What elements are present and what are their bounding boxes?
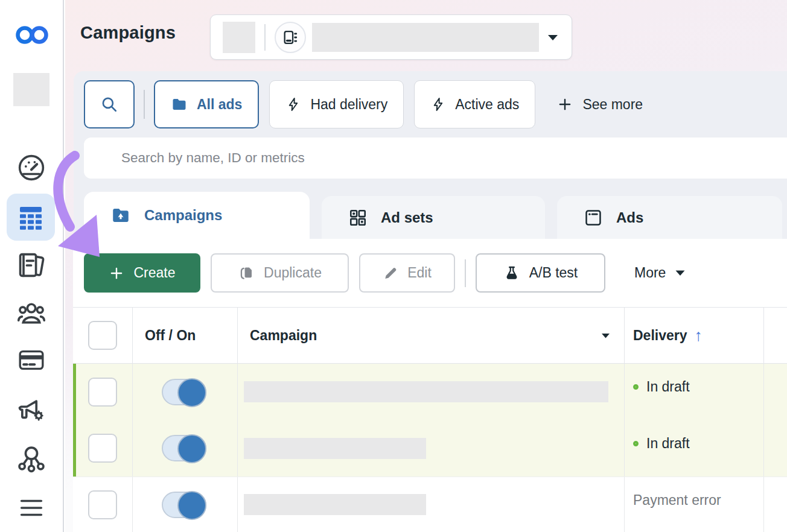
see-more-button[interactable]: See more	[557, 97, 643, 113]
campaigns-content: Create Duplicate Edit A/B test	[73, 239, 787, 532]
network-icon	[16, 442, 47, 473]
select-all-checkbox[interactable]	[88, 321, 117, 350]
ad-account-icon	[275, 22, 306, 53]
search-filter-button[interactable]	[84, 80, 135, 128]
toggle-knob	[177, 378, 206, 407]
campaign-name-redacted[interactable]	[244, 381, 608, 402]
header-campaign[interactable]: Campaign	[237, 308, 624, 363]
sidebar	[0, 0, 64, 532]
filter-had-delivery[interactable]: Had delivery	[269, 80, 404, 128]
sidebar-item-ads-manager-active[interactable]	[7, 194, 55, 241]
see-more-label: See more	[582, 97, 643, 113]
header-next-column-cut	[763, 308, 787, 363]
delivery-status: Payment error	[633, 492, 721, 508]
sidebar-item-ads-settings[interactable]	[15, 393, 48, 426]
lightning-icon	[285, 97, 301, 112]
sidebar-item-pages[interactable]	[15, 249, 48, 282]
main-area: Campaigns All ads Had delivery	[65, 0, 787, 532]
delivery-column-label: Delivery	[633, 328, 687, 344]
tab-ad-sets[interactable]: Ad sets	[322, 196, 545, 239]
campaign-toggle-on[interactable]	[162, 492, 206, 518]
magnifier-icon	[100, 95, 118, 113]
duplicate-icon	[238, 265, 255, 282]
header-off-on: Off / On	[132, 308, 237, 363]
row-checkbox[interactable]	[88, 490, 117, 519]
create-button[interactable]: Create	[84, 253, 200, 293]
edit-button[interactable]: Edit	[359, 253, 455, 293]
folder-arrow-icon	[110, 205, 131, 226]
account-name-redacted	[312, 23, 539, 52]
pencil-icon	[383, 265, 398, 281]
highlighted-rows-zone: In draft In draft	[73, 364, 787, 477]
filter-label: Active ads	[455, 97, 519, 113]
people-icon	[15, 297, 48, 329]
search-bar	[84, 138, 787, 179]
campaign-name-redacted[interactable]	[244, 438, 426, 459]
caret-down-icon	[546, 33, 559, 42]
status-ring-icon	[633, 384, 639, 390]
header-delivery[interactable]: Delivery ↑	[624, 308, 763, 363]
level-tabs: Campaigns Ad sets Ads	[84, 192, 782, 239]
campaign-toggle-on[interactable]	[162, 435, 206, 461]
tab-label: Campaigns	[144, 207, 222, 224]
campaign-toggle-on[interactable]	[162, 379, 206, 405]
ab-test-button[interactable]: A/B test	[476, 253, 605, 293]
sort-ascending-arrow-icon[interactable]: ↑	[695, 328, 703, 344]
hamburger-menu-icon	[17, 494, 46, 522]
filter-row: All ads Had delivery Active ads See more	[84, 80, 643, 128]
page-title: Campaigns	[80, 23, 176, 43]
row-checkbox[interactable]	[88, 378, 117, 407]
account-selector-dropdown[interactable]	[210, 14, 572, 60]
ad-frame-icon	[584, 208, 603, 227]
toolbar: Create Duplicate Edit A/B test	[73, 239, 787, 307]
delivery-status: In draft	[646, 435, 690, 452]
tab-campaigns[interactable]: Campaigns	[84, 192, 310, 239]
divider	[144, 90, 145, 119]
caret-down-icon	[674, 269, 686, 277]
account-avatar	[223, 22, 255, 53]
folder-icon	[171, 96, 188, 113]
sidebar-item-all-tools[interactable]	[16, 493, 46, 522]
flask-icon	[503, 265, 520, 282]
table-icon	[16, 203, 45, 232]
grid-icon	[348, 208, 368, 227]
filter-label: Had delivery	[310, 97, 387, 113]
filter-label: All ads	[197, 97, 242, 113]
sidebar-item-billing[interactable]	[16, 345, 47, 375]
plus-icon	[109, 265, 124, 281]
create-label: Create	[133, 265, 175, 281]
pages-icon	[16, 249, 47, 282]
toggle-knob	[177, 491, 206, 520]
gauge-icon	[16, 153, 46, 183]
caret-down-icon[interactable]	[601, 332, 611, 339]
meta-logo-icon[interactable]	[14, 23, 49, 47]
filter-all-ads[interactable]: All ads	[154, 80, 259, 128]
lightning-icon	[430, 97, 446, 112]
ads-manager-app: Campaigns All ads Had delivery	[0, 0, 787, 532]
delivery-cell: In draft	[624, 420, 763, 477]
filter-active-ads[interactable]: Active ads	[414, 80, 535, 128]
credit-card-icon	[16, 346, 46, 375]
tab-ads[interactable]: Ads	[557, 196, 782, 239]
row-checkbox[interactable]	[88, 434, 117, 463]
edit-label: Edit	[407, 265, 432, 281]
duplicate-button[interactable]: Duplicate	[211, 253, 349, 293]
table-row: In draft	[73, 364, 787, 420]
search-input[interactable]	[84, 138, 787, 179]
delivery-cell: In draft	[624, 364, 763, 420]
table-header: Off / On Campaign Delivery ↑	[73, 307, 787, 364]
campaign-name-redacted[interactable]	[244, 494, 426, 515]
campaign-column-label: Campaign	[250, 328, 317, 344]
tab-label: Ads	[616, 209, 643, 226]
sidebar-item-overview[interactable]	[16, 152, 47, 183]
divider	[264, 24, 266, 51]
table-row: Payment error	[73, 477, 787, 532]
delivery-status: In draft	[646, 379, 690, 395]
table-row: In draft	[73, 420, 787, 477]
status-ring-icon	[633, 441, 639, 446]
megaphone-gear-icon	[16, 394, 47, 425]
sidebar-item-audiences[interactable]	[14, 297, 48, 329]
more-button[interactable]: More	[634, 265, 686, 281]
tab-label: Ad sets	[381, 209, 433, 226]
sidebar-item-business-assets[interactable]	[15, 442, 48, 474]
